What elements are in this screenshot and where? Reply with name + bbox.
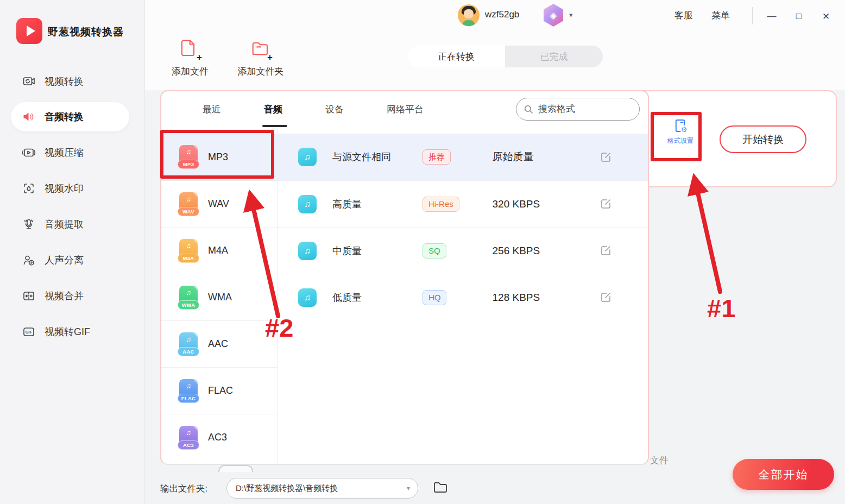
recommended-badge: 推荐	[422, 149, 451, 165]
sq-badge: SQ	[422, 243, 446, 259]
add-file-icon: +	[179, 38, 201, 62]
search-input[interactable]	[538, 104, 620, 115]
music-note-icon: ♫	[298, 242, 317, 260]
sidebar-item-label: 音频转换	[45, 110, 84, 123]
open-folder-button[interactable]	[433, 480, 448, 496]
close-button[interactable]: ✕	[818, 8, 834, 24]
hq-badge: HQ	[422, 290, 447, 305]
audio-extract-icon	[22, 217, 36, 231]
format-settings-icon: ⚙	[672, 117, 689, 135]
tab-converting[interactable]: 正在转换	[407, 46, 505, 67]
plus-icon: +	[197, 53, 202, 62]
maximize-button[interactable]: □	[791, 8, 807, 24]
format-row-ac3[interactable]: ♫AC3 AC3	[161, 414, 277, 461]
app-logo-icon	[16, 18, 42, 44]
music-note-icon: ♫	[298, 195, 317, 213]
annotation-label-step1: #1	[707, 293, 735, 323]
sidebar-item-video-convert[interactable]: 视频转换	[11, 67, 129, 96]
sidebar-item-vocal-separate[interactable]: 人声分离	[11, 245, 129, 275]
sidebar-item-label: 视频转GIF	[45, 325, 90, 338]
app-title: 野葱视频转换器	[48, 25, 124, 39]
user-avatar[interactable]	[458, 4, 480, 26]
edit-quality-icon[interactable]	[600, 244, 612, 257]
format-row-wma[interactable]: ♫WMA WMA	[161, 274, 277, 320]
format-row-flac[interactable]: ♫FLAC FLAC	[161, 367, 277, 414]
customer-service-link[interactable]: 客服	[674, 9, 693, 22]
music-note-icon: ♫	[298, 148, 317, 166]
add-file-button[interactable]: + 添加文件	[157, 38, 223, 80]
hidden-dropdown-edge	[218, 465, 253, 472]
sidebar-item-label: 视频水印	[45, 182, 84, 195]
hires-badge: Hi-Res	[422, 197, 459, 212]
video-watermark-icon	[22, 181, 36, 196]
diamond-icon: ◈	[550, 10, 557, 21]
add-folder-button[interactable]: + 添加文件夹	[228, 38, 293, 80]
tab-recent[interactable]: 最近	[203, 103, 221, 116]
search-icon	[524, 105, 533, 114]
sidebar-item-label: 视频压缩	[45, 146, 84, 159]
chevron-down-icon: ▾	[407, 484, 410, 492]
sidebar-item-audio-extract[interactable]: 音频提取	[11, 210, 129, 239]
start-all-button[interactable]: 全部开始	[733, 459, 834, 490]
format-select-panel: 最近 音频 设备 网络平台 ♫MP3 MP3 ♫WAV WAV ♫M4A M4A…	[160, 90, 649, 465]
svg-text:GIF: GIF	[26, 330, 33, 335]
tab-completed[interactable]: 已完成	[505, 46, 603, 67]
start-convert-button[interactable]: 开始转换	[720, 125, 806, 153]
format-row-wav[interactable]: ♫WAV WAV	[161, 180, 277, 227]
format-list: ♫MP3 MP3 ♫WAV WAV ♫M4A M4A ♫WMA WMA ♫AAC…	[161, 134, 277, 461]
sidebar-item-video-to-gif[interactable]: GIF 视频转GIF	[11, 317, 129, 346]
quality-row-low[interactable]: ♫ 低质量 HQ 128 KBPS	[277, 274, 649, 320]
sidebar-item-label: 视频转换	[45, 75, 84, 88]
format-settings-button[interactable]: ⚙ 格式设置	[663, 117, 698, 155]
vip-dropdown-caret-icon[interactable]: ▾	[569, 11, 573, 19]
username: wzf52gb	[485, 9, 519, 20]
format-row-aac[interactable]: ♫AAC AAC	[161, 320, 277, 367]
tab-audio[interactable]: 音频	[264, 103, 282, 116]
vocal-separate-icon	[22, 253, 36, 267]
add-folder-icon: +	[250, 38, 272, 62]
edit-quality-icon[interactable]	[600, 291, 612, 304]
sidebar-item-video-merge[interactable]: 视频合并	[11, 281, 129, 311]
video-convert-icon	[22, 74, 36, 89]
quality-row-source[interactable]: ♫ 与源文件相同 推荐 原始质量	[277, 134, 649, 180]
quality-list: ♫ 与源文件相同 推荐 原始质量 ♫ 高质量 Hi-Res 320 KBPS ♫…	[277, 134, 649, 320]
wma-file-icon: ♫WMA	[178, 286, 199, 310]
m4a-file-icon: ♫M4A	[178, 239, 199, 263]
video-to-gif-icon: GIF	[22, 325, 36, 339]
sidebar-item-label: 人声分离	[45, 254, 84, 267]
video-merge-icon	[22, 289, 36, 303]
active-tab-underline	[262, 125, 287, 127]
output-folder-path: D:\野葱视频转换器\音频转换	[236, 483, 407, 494]
wav-file-icon: ♫WAV	[178, 192, 199, 216]
tab-device[interactable]: 设备	[325, 103, 344, 116]
flac-file-icon: ♫FLAC	[178, 379, 199, 403]
mp3-file-icon: ♫MP3	[178, 145, 199, 169]
arrow-step1	[696, 186, 720, 292]
svg-text:⚙: ⚙	[681, 125, 688, 134]
output-folder-label: 输出文件夹:	[160, 483, 207, 495]
audio-convert-icon	[22, 110, 36, 124]
sidebar-item-label: 视频合并	[45, 289, 84, 303]
edit-quality-icon[interactable]	[600, 151, 612, 163]
music-note-icon: ♫	[298, 288, 317, 307]
titlebar-divider	[752, 7, 753, 24]
sidebar: 野葱视频转换器 视频转换 音频转换 视频压缩 视频水印 音频提取 人声分离 视频…	[0, 0, 145, 504]
minimize-button[interactable]: —	[764, 8, 780, 24]
aac-file-icon: ♫AAC	[178, 332, 199, 356]
sidebar-item-video-compress[interactable]: 视频压缩	[11, 138, 129, 167]
convert-status-tabs: 正在转换 已完成	[407, 46, 603, 67]
partial-file-text: 文件	[650, 454, 669, 467]
sidebar-item-video-watermark[interactable]: 视频水印	[11, 174, 129, 203]
format-row-mp3[interactable]: ♫MP3 MP3	[161, 134, 277, 180]
output-folder-select[interactable]: D:\野葱视频转换器\音频转换 ▾	[226, 478, 418, 499]
quality-row-medium[interactable]: ♫ 中质量 SQ 256 KBPS	[277, 227, 649, 274]
format-row-m4a[interactable]: ♫M4A M4A	[161, 227, 277, 274]
tab-web-platform[interactable]: 网络平台	[387, 103, 424, 116]
edit-quality-icon[interactable]	[600, 198, 612, 210]
quality-row-high[interactable]: ♫ 高质量 Hi-Res 320 KBPS	[277, 180, 649, 227]
menu-link[interactable]: 菜单	[711, 9, 730, 22]
plus-icon: +	[267, 53, 273, 62]
format-search-box[interactable]	[516, 98, 640, 121]
sidebar-item-audio-convert[interactable]: 音频转换	[11, 102, 129, 131]
sidebar-item-label: 音频提取	[45, 218, 84, 231]
